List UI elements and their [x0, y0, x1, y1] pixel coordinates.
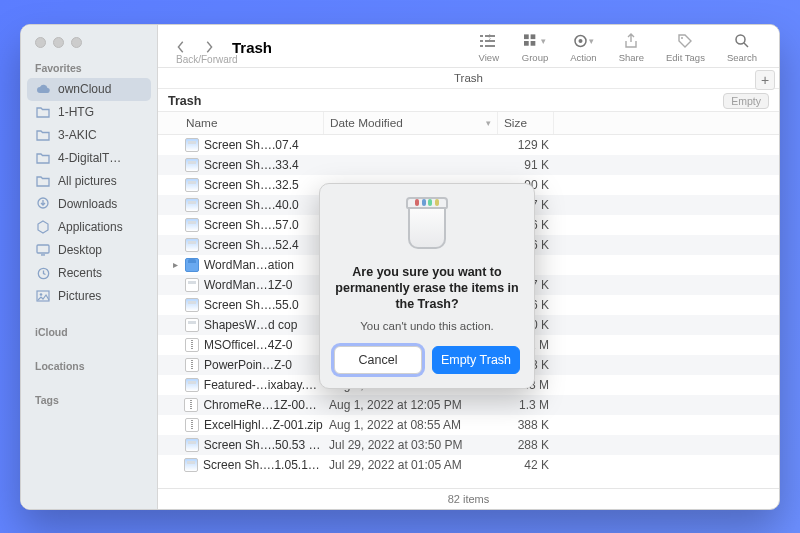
cloud-icon	[35, 81, 51, 97]
apps-icon	[35, 219, 51, 235]
file-icon	[185, 318, 199, 332]
zoom-window-icon[interactable]	[71, 37, 82, 48]
svg-rect-7	[524, 41, 529, 46]
location-row: Trash Empty	[158, 89, 779, 111]
sidebar-item-label: Pictures	[58, 289, 101, 303]
file-name: Screen Sh….07.4	[204, 138, 299, 152]
sidebar-item-all-pictures[interactable]: All pictures	[27, 170, 151, 193]
sidebar-item-label: ownCloud	[58, 82, 111, 96]
window-title: Trash	[232, 39, 272, 56]
file-icon	[185, 338, 199, 352]
sidebar-item-label: 3-AKIC	[58, 128, 97, 142]
sidebar-item-recents[interactable]: Recents	[27, 262, 151, 285]
chevron-right-icon[interactable]	[202, 40, 216, 54]
sidebar-item-desktop[interactable]: Desktop	[27, 239, 151, 262]
nav-back-forward[interactable]	[168, 40, 222, 54]
file-icon	[185, 298, 199, 312]
sidebar-heading-tags: Tags	[27, 376, 151, 410]
file-icon	[185, 178, 199, 192]
sidebar-item-label: Applications	[58, 220, 123, 234]
file-icon	[185, 378, 199, 392]
minimize-window-icon[interactable]	[53, 37, 64, 48]
file-name: PowerPoin…Z-0	[204, 358, 292, 372]
table-row[interactable]: ExcelHighl…Z-001.zipAug 1, 2022 at 08:55…	[158, 415, 779, 435]
action-button[interactable]: ▾ Action	[562, 32, 604, 63]
file-size: 42 K	[497, 458, 553, 472]
table-row[interactable]: Screen Sh….33.491 K	[158, 155, 779, 175]
confirm-empty-trash-dialog: Are you sure you want to permanently era…	[319, 183, 535, 390]
cancel-button[interactable]: Cancel	[334, 346, 422, 374]
file-name: WordMan…1Z-0	[204, 278, 292, 292]
dialog-title: Are you sure you want to permanently era…	[334, 264, 520, 313]
view-button[interactable]: View	[470, 32, 508, 63]
finder-window: Favorites ownCloud1-HTG3-AKIC4-DigitalT……	[20, 24, 780, 510]
action-gear-icon: ▾	[572, 32, 594, 50]
add-tab-button[interactable]: +	[755, 70, 775, 90]
pathbar-location: Trash	[454, 72, 483, 84]
close-window-icon[interactable]	[35, 37, 46, 48]
traffic-lights	[21, 25, 157, 56]
empty-trash-button[interactable]: Empty Trash	[432, 346, 520, 374]
file-name: ExcelHighl…Z-001.zip	[204, 418, 323, 432]
toolbar: Trash Back/Forward View ▾ Group ▾ Action	[158, 25, 779, 68]
folder-icon	[35, 173, 51, 189]
sort-chevron-down-icon: ▾	[486, 118, 491, 128]
file-icon	[185, 218, 199, 232]
svg-rect-5	[524, 34, 529, 39]
sidebar-heading-locations: Locations	[27, 342, 151, 376]
file-name: MSOfficel…4Z-0	[204, 338, 292, 352]
sidebar-item-label: Recents	[58, 266, 102, 280]
empty-trash-badge[interactable]: Empty	[723, 93, 769, 109]
col-header-date[interactable]: Date Modified ▾	[323, 112, 497, 134]
file-date: Aug 1, 2022 at 12:05 PM	[323, 398, 497, 412]
col-header-size[interactable]: Size	[497, 112, 553, 134]
location-label: Trash	[168, 94, 201, 108]
file-name: Screen Sh….55.0	[204, 298, 299, 312]
share-button[interactable]: Share	[611, 32, 652, 63]
sidebar-item-4-digitalt-[interactable]: 4-DigitalT…	[27, 147, 151, 170]
chevron-left-icon[interactable]	[174, 40, 188, 54]
table-row[interactable]: Screen Sh….50.53 PMJul 29, 2022 at 03:50…	[158, 435, 779, 455]
dialog-message: You can't undo this action.	[360, 320, 493, 332]
file-icon	[185, 358, 199, 372]
search-button[interactable]: Search	[719, 32, 765, 63]
sidebar-item-label: 1-HTG	[58, 105, 94, 119]
sidebar-item-label: Desktop	[58, 243, 102, 257]
tag-icon	[674, 32, 696, 50]
col-header-name[interactable]: Name	[158, 112, 323, 134]
file-size: 91 K	[497, 158, 553, 172]
folder-icon	[35, 150, 51, 166]
file-date: Aug 1, 2022 at 08:55 AM	[323, 418, 497, 432]
sidebar-item-1-htg[interactable]: 1-HTG	[27, 101, 151, 124]
file-size: 1.3 M	[497, 398, 553, 412]
table-row[interactable]: Screen Sh….07.4129 K	[158, 135, 779, 155]
disclosure-icon[interactable]: ▸	[170, 259, 180, 270]
file-icon	[185, 258, 199, 272]
file-icon	[185, 418, 199, 432]
file-name: ShapesW…d cop	[204, 318, 297, 332]
sidebar-item-applications[interactable]: Applications	[27, 216, 151, 239]
sidebar-item-3-akic[interactable]: 3-AKIC	[27, 124, 151, 147]
table-row[interactable]: ChromeRe…1Z-001.zipAug 1, 2022 at 12:05 …	[158, 395, 779, 415]
svg-rect-1	[37, 245, 49, 253]
file-name: Screen Sh….52.4	[204, 238, 299, 252]
sidebar-item-owncloud[interactable]: ownCloud	[27, 78, 151, 101]
file-date: Jul 29, 2022 at 01:05 AM	[323, 458, 497, 472]
share-icon	[620, 32, 642, 50]
table-row[interactable]: Screen Sh….1.05.11 AMJul 29, 2022 at 01:…	[158, 455, 779, 475]
edit-tags-button[interactable]: Edit Tags	[658, 32, 713, 63]
sidebar-item-label: All pictures	[58, 174, 117, 188]
sidebar-item-downloads[interactable]: Downloads	[27, 193, 151, 216]
file-name: ChromeRe…1Z-001.zip	[203, 398, 323, 412]
file-name: Screen Sh….1.05.11 AM	[203, 458, 323, 472]
file-icon	[185, 158, 199, 172]
file-icon	[185, 138, 199, 152]
group-button[interactable]: ▾ Group	[514, 32, 556, 63]
search-icon	[731, 32, 753, 50]
file-date: Jul 29, 2022 at 03:50 PM	[323, 438, 497, 452]
folder-icon	[35, 127, 51, 143]
clock-icon	[35, 265, 51, 281]
sidebar-item-pictures[interactable]: Pictures	[27, 285, 151, 308]
file-icon	[185, 278, 199, 292]
file-icon	[185, 438, 199, 452]
